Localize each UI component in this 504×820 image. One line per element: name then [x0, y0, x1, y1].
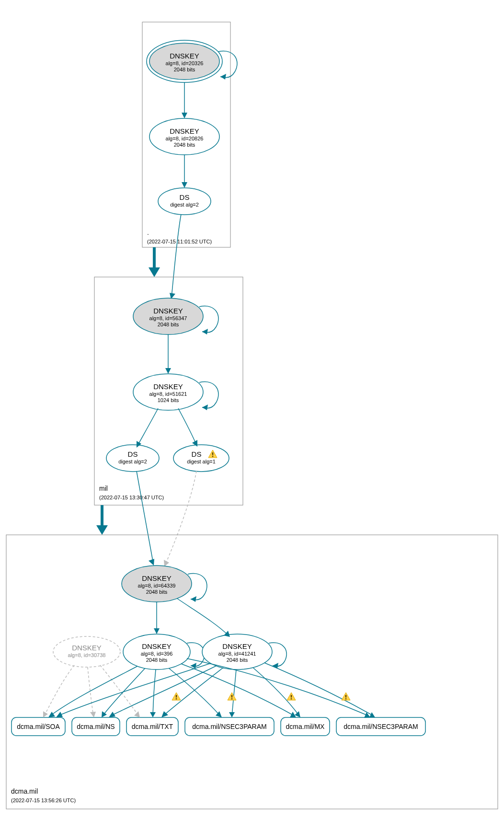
- warning-icon: [172, 693, 181, 700]
- svg-marker-48: [191, 596, 196, 602]
- svg-text:DNSKEY: DNSKEY: [72, 644, 102, 652]
- svg-marker-84: [364, 712, 370, 718]
- svg-text:alg=8, id=64339: alg=8, id=64339: [138, 583, 176, 589]
- svg-text:alg=8, id=56347: alg=8, id=56347: [149, 315, 187, 321]
- zone-dcma-name: dcma.mil: [11, 787, 38, 795]
- svg-text:2048 bits: 2048 bits: [174, 142, 195, 148]
- svg-text:dcma.mil/SOA: dcma.mil/SOA: [17, 723, 60, 730]
- warning-icon: [228, 693, 236, 700]
- svg-text:digest alg=1: digest alg=1: [187, 459, 216, 464]
- svg-text:dcma.mil/NSEC3PARAM: dcma.mil/NSEC3PARAM: [344, 723, 418, 730]
- zone-root-name: .: [147, 229, 149, 236]
- svg-marker-83: [290, 712, 296, 717]
- svg-marker-42: [164, 560, 169, 566]
- svg-text:DNSKEY: DNSKEY: [170, 127, 199, 135]
- node-mil-zsk[interactable]: DNSKEY alg=8, id=51621 1024 bits: [133, 374, 203, 410]
- rr-nsec3b[interactable]: dcma.mil/NSEC3PARAM: [336, 717, 425, 736]
- svg-text:alg=8, id=396: alg=8, id=396: [141, 651, 173, 657]
- svg-text:dcma.mil/NS: dcma.mil/NS: [77, 723, 115, 730]
- node-root-ksk[interactable]: DNSKEY alg=8, id=20326 2048 bits: [147, 40, 222, 82]
- svg-text:DNSKEY: DNSKEY: [153, 307, 183, 315]
- svg-text:DNSKEY: DNSKEY: [170, 52, 199, 60]
- node-dcma-ksk[interactable]: DNSKEY alg=8, id=64339 2048 bits: [122, 566, 192, 602]
- svg-marker-13: [182, 113, 187, 118]
- node-mil-ds1[interactable]: DS digest alg=1: [173, 445, 229, 472]
- svg-text:2048 bits: 2048 bits: [158, 322, 179, 327]
- svg-marker-25: [202, 329, 208, 335]
- svg-marker-18: [149, 267, 160, 277]
- zone-dcma-ts: (2022-07-15 13:56:26 UTC): [11, 797, 76, 803]
- svg-marker-40: [96, 525, 108, 535]
- svg-text:DNSKEY: DNSKEY: [142, 642, 172, 650]
- svg-text:DNSKEY: DNSKEY: [153, 382, 183, 391]
- rr-mx[interactable]: dcma.mil/MX: [281, 717, 330, 736]
- svg-text:2048 bits: 2048 bits: [227, 657, 248, 663]
- svg-marker-77: [90, 712, 96, 717]
- svg-text:2048 bits: 2048 bits: [146, 589, 168, 595]
- svg-marker-90: [369, 712, 375, 717]
- svg-text:DS: DS: [192, 450, 202, 458]
- svg-text:alg=8, id=20826: alg=8, id=20826: [166, 136, 204, 141]
- svg-point-36: [173, 445, 229, 472]
- rr-ns[interactable]: dcma.mil/NS: [72, 717, 120, 736]
- svg-rect-43: [6, 535, 498, 809]
- svg-text:alg=8, id=30738: alg=8, id=30738: [68, 652, 106, 658]
- zone-mil: mil (2022-07-15 13:30:47 UTC) DNSKEY alg…: [94, 277, 243, 505]
- rr-nsec3a[interactable]: dcma.mil/NSEC3PARAM: [185, 717, 274, 736]
- svg-text:DS: DS: [128, 450, 138, 458]
- svg-text:1024 bits: 1024 bits: [158, 397, 179, 403]
- svg-marker-81: [150, 712, 156, 717]
- svg-text:dcma.mil/TXT: dcma.mil/TXT: [132, 723, 173, 730]
- svg-text:dcma.mil/MX: dcma.mil/MX: [286, 723, 325, 730]
- zone-mil-ts: (2022-07-15 13:30:47 UTC): [99, 495, 164, 500]
- svg-text:2048 bits: 2048 bits: [174, 67, 195, 72]
- node-dcma-zsk1[interactable]: DNSKEY alg=8, id=396 2048 bits: [123, 634, 190, 670]
- svg-marker-17: [182, 182, 187, 188]
- rr-txt[interactable]: dcma.mil/TXT: [126, 717, 178, 736]
- node-dcma-stale[interactable]: DNSKEY alg=8, id=30738: [53, 636, 120, 667]
- node-root-zsk[interactable]: DNSKEY alg=8, id=20826 2048 bits: [149, 118, 219, 155]
- svg-marker-80: [102, 711, 107, 717]
- svg-marker-31: [202, 404, 208, 410]
- svg-marker-8: [220, 74, 226, 80]
- zone-root-ts: (2022-07-15 11:01:52 UTC): [147, 239, 212, 244]
- svg-text:alg=8, id=51621: alg=8, id=51621: [149, 391, 187, 397]
- svg-text:digest alg=2: digest alg=2: [170, 202, 199, 208]
- zone-mil-name: mil: [99, 485, 108, 492]
- svg-text:2048 bits: 2048 bits: [146, 657, 168, 663]
- svg-text:alg=8, id=41241: alg=8, id=41241: [218, 651, 256, 657]
- svg-point-32: [106, 445, 159, 472]
- node-mil-ksk[interactable]: DNSKEY alg=8, id=56347 2048 bits: [133, 298, 203, 335]
- warning-icon: [342, 693, 350, 700]
- svg-marker-56: [154, 628, 160, 634]
- svg-text:dcma.mil/NSEC3PARAM: dcma.mil/NSEC3PARAM: [192, 723, 266, 730]
- svg-text:alg=8, id=20326: alg=8, id=20326: [166, 60, 204, 66]
- svg-text:DNSKEY: DNSKEY: [142, 574, 172, 582]
- svg-marker-88: [229, 712, 235, 717]
- rr-soa[interactable]: dcma.mil/SOA: [11, 717, 65, 736]
- node-mil-ds2[interactable]: DS digest alg=2: [106, 445, 159, 472]
- svg-marker-41: [149, 559, 154, 566]
- svg-point-49: [53, 636, 120, 667]
- svg-text:DNSKEY: DNSKEY: [222, 642, 252, 650]
- svg-marker-30: [165, 368, 171, 374]
- zone-root: . (2022-07-15 11:01:52 UTC) DNSKEY alg=8…: [142, 22, 237, 247]
- svg-marker-76: [43, 711, 48, 717]
- node-root-ds[interactable]: DS digest alg=2: [158, 188, 211, 215]
- svg-marker-78: [134, 711, 140, 717]
- svg-text:digest alg=2: digest alg=2: [118, 459, 147, 464]
- zone-dcma: dcma.mil (2022-07-15 13:56:26 UTC) DNSKE…: [6, 535, 498, 809]
- svg-marker-86: [109, 712, 115, 717]
- svg-point-14: [158, 188, 211, 215]
- warning-icon: [287, 693, 296, 700]
- svg-text:DS: DS: [180, 193, 190, 201]
